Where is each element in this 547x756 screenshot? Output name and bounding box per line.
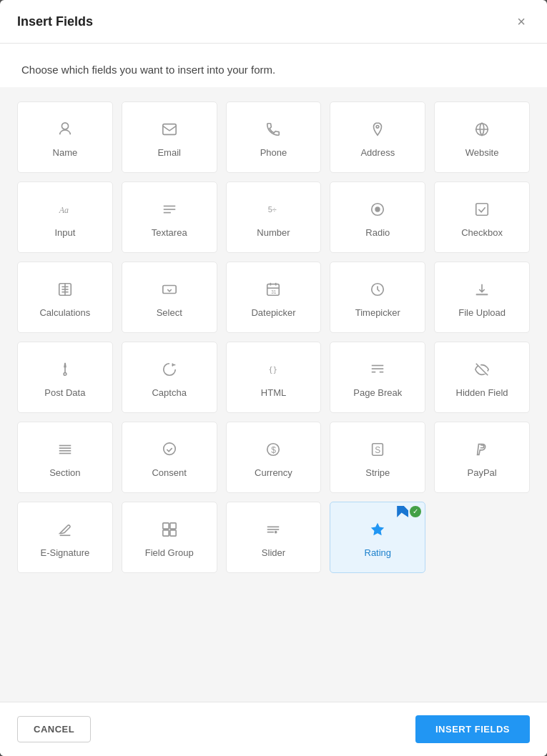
svg-point-1 — [376, 125, 379, 128]
email-icon — [162, 121, 177, 140]
address-icon — [370, 121, 385, 140]
address-label: Address — [360, 147, 395, 158]
field-card-stripe[interactable]: SStripe — [330, 422, 425, 493]
field-card-address[interactable]: Address — [330, 101, 425, 173]
consent-label: Consent — [152, 467, 186, 478]
field-card-html[interactable]: {}HTML — [226, 342, 322, 413]
field-card-consent[interactable]: Consent — [122, 422, 217, 493]
field-card-email[interactable]: Email — [122, 101, 217, 173]
field-card-phone[interactable]: Phone — [226, 101, 322, 173]
field-card-page-break[interactable]: Page Break — [330, 342, 425, 413]
textarea-label: Textarea — [152, 227, 187, 238]
website-icon — [474, 121, 490, 140]
captcha-icon — [162, 362, 177, 380]
field-card-hidden-field[interactable]: Hidden Field — [434, 342, 530, 413]
field-group-label: Field Group — [145, 547, 194, 558]
file-upload-label: File Upload — [458, 307, 506, 318]
svg-text:5÷: 5÷ — [268, 204, 277, 213]
radio-icon — [370, 202, 385, 220]
phone-icon — [265, 121, 281, 140]
svg-rect-10 — [476, 203, 488, 215]
field-card-website[interactable]: Website — [434, 101, 530, 173]
section-icon — [57, 442, 73, 460]
field-card-currency[interactable]: $Currency — [226, 422, 322, 493]
modal-subtitle: Choose which fields you want to insert i… — [0, 44, 547, 87]
field-card-file-upload[interactable]: File Upload — [434, 262, 530, 333]
number-label: Number — [257, 227, 290, 238]
fields-grid-container: NameEmailPhoneAddressWebsiteAaInputTexta… — [0, 87, 547, 702]
field-group-icon — [162, 522, 177, 540]
checkbox-label: Checkbox — [461, 227, 503, 238]
field-card-e-signature[interactable]: E-Signature — [17, 502, 113, 573]
hidden-field-label: Hidden Field — [456, 387, 508, 398]
insert-fields-button[interactable]: INSERT FIELDS — [415, 715, 530, 743]
consent-icon — [162, 442, 177, 460]
field-card-datepicker[interactable]: 31Datepicker — [226, 262, 322, 333]
field-card-checkbox[interactable]: Checkbox — [434, 181, 530, 253]
number-icon: 5÷ — [265, 202, 281, 220]
svg-rect-40 — [163, 522, 169, 528]
radio-label: Radio — [365, 227, 390, 238]
svg-rect-0 — [163, 124, 176, 134]
field-card-slider[interactable]: Slider — [226, 502, 322, 573]
modal-header: Insert Fields × — [0, 0, 547, 44]
close-button[interactable]: × — [513, 13, 530, 30]
paypal-label: PayPal — [467, 467, 496, 478]
section-label: Section — [49, 467, 80, 478]
field-card-post-data[interactable]: Post Data — [17, 342, 113, 413]
field-card-textarea[interactable]: Textarea — [122, 181, 217, 253]
field-card-field-group[interactable]: Field Group — [122, 502, 217, 573]
field-card-captcha[interactable]: Captcha — [122, 342, 217, 413]
captcha-label: Captcha — [152, 387, 186, 398]
field-card-radio[interactable]: Radio — [330, 181, 425, 253]
stripe-icon: S — [370, 442, 385, 460]
html-icon: {} — [265, 362, 281, 380]
cancel-button[interactable]: CANCEL — [17, 716, 91, 742]
svg-point-25 — [64, 372, 66, 375]
datepicker-icon: 31 — [265, 282, 281, 300]
field-card-select[interactable]: Select — [122, 262, 217, 333]
post-data-label: Post Data — [44, 387, 85, 398]
svg-rect-43 — [170, 529, 176, 535]
select-icon — [162, 282, 177, 300]
calculations-icon — [57, 282, 73, 300]
fields-grid: NameEmailPhoneAddressWebsiteAaInputTexta… — [17, 101, 530, 573]
check-indicator: ✓ — [410, 506, 421, 517]
timepicker-icon — [370, 282, 385, 300]
field-card-paypal[interactable]: PayPal — [434, 422, 530, 493]
svg-text:Aa: Aa — [59, 204, 69, 214]
post-data-icon — [57, 362, 73, 380]
website-label: Website — [465, 147, 499, 158]
insert-fields-modal: Insert Fields × Choose which fields you … — [0, 0, 547, 756]
field-card-input[interactable]: AaInput — [17, 181, 113, 253]
currency-label: Currency — [255, 467, 292, 478]
rating-icon — [370, 522, 385, 540]
page-break-label: Page Break — [353, 387, 402, 398]
svg-rect-41 — [170, 522, 176, 528]
svg-rect-42 — [163, 529, 169, 535]
stripe-label: Stripe — [365, 467, 390, 478]
phone-label: Phone — [260, 147, 287, 158]
e-signature-icon — [57, 522, 73, 540]
html-label: HTML — [261, 387, 286, 398]
svg-text:{}: {} — [269, 365, 277, 373]
file-upload-icon — [474, 282, 490, 300]
paypal-icon — [474, 442, 490, 460]
page-break-icon — [370, 362, 385, 380]
field-card-name[interactable]: Name — [17, 101, 113, 173]
currency-icon: $ — [265, 442, 281, 460]
email-label: Email — [157, 147, 181, 158]
field-card-calculations[interactable]: Calculations — [17, 262, 113, 333]
e-signature-label: E-Signature — [41, 547, 90, 558]
input-icon: Aa — [57, 202, 73, 220]
hidden-field-icon — [474, 362, 490, 380]
field-card-timepicker[interactable]: Timepicker — [330, 262, 425, 333]
field-card-section[interactable]: Section — [17, 422, 113, 493]
field-card-number[interactable]: 5÷Number — [226, 181, 322, 253]
select-label: Select — [157, 307, 182, 318]
rating-label: Rating — [365, 547, 392, 558]
name-icon — [57, 121, 73, 140]
timepicker-label: Timepicker — [355, 307, 400, 318]
checkbox-icon — [474, 202, 490, 220]
input-label: Input — [54, 227, 75, 238]
